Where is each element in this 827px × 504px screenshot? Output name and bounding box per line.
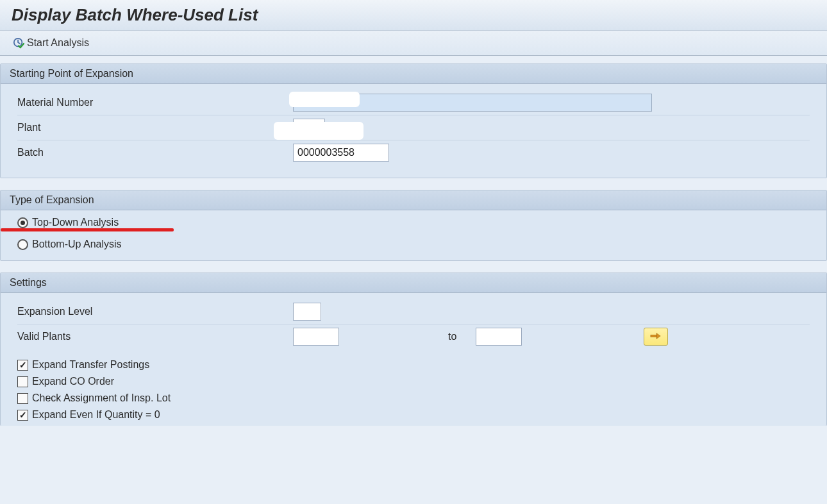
material-row: Material Number — [17, 90, 810, 115]
radio-icon[interactable] — [17, 217, 28, 228]
valid-plants-from-input[interactable] — [293, 328, 339, 346]
check-label: Expand Even If Quantity = 0 — [32, 409, 160, 421]
group-header: Type of Expansion — [1, 190, 826, 210]
multiple-selection-button[interactable] — [644, 328, 668, 346]
radio-top-down[interactable]: Top-Down Analysis — [17, 214, 810, 231]
check-co-order[interactable]: Expand CO Order — [17, 373, 810, 390]
clock-check-icon — [13, 37, 24, 49]
group-header: Starting Point of Expansion — [1, 64, 826, 84]
redaction-mask — [274, 122, 363, 140]
expansion-level-row: Expansion Level — [17, 299, 810, 324]
checkbox-icon[interactable] — [17, 410, 28, 421]
group-type-expansion: Type of Expansion Top-Down Analysis Bott… — [0, 190, 827, 261]
arrow-right-icon — [650, 332, 662, 342]
plant-row: Plant — [17, 115, 810, 140]
checkbox-icon[interactable] — [17, 376, 28, 387]
check-label: Check Assignment of Insp. Lot — [32, 392, 171, 404]
batch-row: Batch — [17, 140, 810, 165]
annotation-red-line — [1, 228, 174, 231]
check-label: Expand CO Order — [32, 376, 114, 387]
svg-rect-1 — [651, 335, 656, 337]
page-title: Display Batch Where-Used List — [12, 5, 815, 25]
valid-plants-to-input[interactable] — [476, 328, 522, 346]
batch-label: Batch — [17, 147, 293, 158]
group-header: Settings — [1, 273, 826, 293]
valid-plants-label: Valid Plants — [17, 331, 293, 342]
check-label: Expand Transfer Postings — [32, 359, 149, 371]
check-quantity-zero[interactable]: Expand Even If Quantity = 0 — [17, 407, 810, 423]
content-area: Starting Point of Expansion Material Num… — [0, 56, 827, 426]
expansion-level-label: Expansion Level — [17, 306, 293, 317]
radio-label: Top-Down Analysis — [32, 217, 119, 228]
title-bar: Display Batch Where-Used List — [0, 0, 827, 31]
plant-label: Plant — [17, 122, 293, 133]
checkbox-icon[interactable] — [17, 393, 28, 404]
radio-label: Bottom-Up Analysis — [32, 239, 122, 250]
expansion-level-input[interactable] — [293, 303, 321, 321]
check-insp-lot[interactable]: Check Assignment of Insp. Lot — [17, 390, 810, 407]
check-transfer-postings[interactable]: Expand Transfer Postings — [17, 357, 810, 373]
start-analysis-label: Start Analysis — [27, 37, 89, 49]
radio-icon[interactable] — [17, 239, 28, 250]
toolbar: Start Analysis — [0, 31, 827, 56]
batch-input[interactable] — [293, 144, 389, 162]
redaction-mask — [289, 92, 360, 107]
group-starting-point: Starting Point of Expansion Material Num… — [0, 63, 827, 178]
valid-plants-row: Valid Plants to — [17, 324, 810, 349]
checkbox-icon[interactable] — [17, 360, 28, 371]
radio-bottom-up[interactable]: Bottom-Up Analysis — [17, 236, 810, 253]
spacer — [17, 349, 810, 357]
material-label: Material Number — [17, 97, 293, 108]
group-settings: Settings Expansion Level Valid Plants to — [0, 273, 827, 426]
start-analysis-button[interactable]: Start Analysis — [10, 36, 92, 50]
to-label: to — [448, 331, 456, 342]
